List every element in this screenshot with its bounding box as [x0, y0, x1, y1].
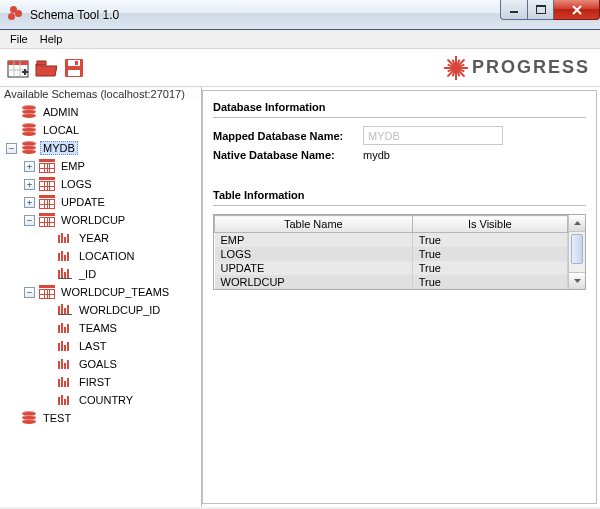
table-row[interactable]: LOGS True: [215, 247, 568, 261]
tree-schema-local[interactable]: LOCAL: [6, 121, 201, 139]
database-icon: [20, 140, 38, 156]
tree-table-worldcup[interactable]: − WORLDCUP: [24, 211, 201, 229]
column-icon: [56, 374, 74, 390]
spark-icon: [444, 56, 468, 80]
table-icon: [38, 284, 56, 300]
cell-is-visible: True: [412, 261, 567, 275]
brand-logo: PROGRESS: [444, 49, 590, 86]
tree-schema-mydb[interactable]: − MYDB: [6, 139, 201, 157]
expand-toggle-icon[interactable]: −: [24, 287, 35, 298]
table-row[interactable]: UPDATE True: [215, 261, 568, 275]
tree-column-worldcup-id[interactable]: WORLDCUP_ID: [42, 301, 201, 319]
tree-column-teams[interactable]: TEAMS: [42, 319, 201, 337]
tree-column-location[interactable]: LOCATION: [42, 247, 201, 265]
table-vertical-scrollbar[interactable]: [568, 215, 585, 289]
mapped-db-name-input[interactable]: [363, 126, 503, 145]
sidebar-header: Available Schemas (localhost:27017): [0, 87, 201, 101]
native-db-name-label: Native Database Name:: [213, 149, 363, 161]
menu-help[interactable]: Help: [34, 31, 69, 47]
menu-file[interactable]: File: [4, 31, 34, 47]
scroll-down-button[interactable]: [569, 272, 585, 289]
expand-toggle-icon[interactable]: +: [24, 161, 35, 172]
tree-node-label: LOGS: [58, 177, 95, 191]
svg-rect-0: [510, 11, 518, 13]
pk-column-icon: [56, 266, 74, 282]
cell-table-name: EMP: [215, 233, 413, 248]
tree-node-label: LOCAL: [40, 123, 82, 137]
scroll-up-button[interactable]: [569, 215, 585, 232]
tree-column-first[interactable]: FIRST: [42, 373, 201, 391]
tree-column-year[interactable]: YEAR: [42, 229, 201, 247]
tree-schema-admin[interactable]: ADMIN: [6, 103, 201, 121]
tree-node-label: EMP: [58, 159, 88, 173]
toolbar-open-schema-button[interactable]: [34, 56, 58, 80]
expand-toggle-icon[interactable]: −: [6, 143, 17, 154]
tree-schema-test[interactable]: TEST: [6, 409, 201, 427]
db-info-title: Database Information: [213, 101, 586, 118]
scroll-thumb[interactable]: [571, 234, 583, 264]
col-header-is-visible[interactable]: Is Visible: [412, 216, 567, 233]
table-row[interactable]: WORLDCUP True: [215, 275, 568, 289]
table-info-grid[interactable]: Table Name Is Visible EMP True LOGS True: [213, 214, 586, 290]
column-icon: [56, 230, 74, 246]
tree-column-country[interactable]: COUNTRY: [42, 391, 201, 409]
folder-open-icon: [35, 58, 57, 78]
col-header-table-name[interactable]: Table Name: [215, 216, 413, 233]
native-db-name-value: mydb: [363, 149, 390, 161]
expand-toggle-icon[interactable]: −: [24, 215, 35, 226]
tree-column-id[interactable]: _ID: [42, 265, 201, 283]
expand-toggle-icon[interactable]: +: [24, 197, 35, 208]
tree-column-last[interactable]: LAST: [42, 337, 201, 355]
tree-node-label: TEAMS: [76, 321, 120, 335]
column-icon: [56, 392, 74, 408]
tree-node-label: UPDATE: [58, 195, 108, 209]
tree-node-label: WORLDCUP_TEAMS: [58, 285, 172, 299]
brand-logo-text: PROGRESS: [472, 57, 590, 78]
column-icon: [56, 248, 74, 264]
column-icon: [56, 356, 74, 372]
window-minimize-button[interactable]: [500, 0, 528, 20]
tree-node-label: TEST: [40, 411, 74, 425]
tree-node-label: WORLDCUP: [58, 213, 128, 227]
tree-node-label: LOCATION: [76, 249, 137, 263]
calendar-plus-icon: [7, 58, 29, 78]
toolbar-save-button[interactable]: [62, 56, 86, 80]
tree-table-logs[interactable]: + LOGS: [24, 175, 201, 193]
tree-node-label: FIRST: [76, 375, 114, 389]
maximize-icon: [536, 5, 546, 14]
column-icon: [56, 338, 74, 354]
cell-is-visible: True: [412, 275, 567, 289]
chevron-down-icon: [574, 279, 581, 283]
tree-table-emp[interactable]: + EMP: [24, 157, 201, 175]
tree-node-label: _ID: [76, 267, 99, 281]
chevron-up-icon: [574, 221, 581, 225]
mapped-db-name-label: Mapped Database Name:: [213, 130, 363, 142]
schema-tree[interactable]: ADMIN LOCAL − MYDB: [0, 101, 201, 507]
cell-table-name: LOGS: [215, 247, 413, 261]
tree-column-goals[interactable]: GOALS: [42, 355, 201, 373]
save-icon: [64, 58, 84, 78]
expand-toggle-icon[interactable]: +: [24, 179, 35, 190]
tree-node-label: GOALS: [76, 357, 120, 371]
tree-table-update[interactable]: + UPDATE: [24, 193, 201, 211]
table-icon: [38, 194, 56, 210]
cell-table-name: UPDATE: [215, 261, 413, 275]
menu-bar: File Help: [0, 30, 600, 49]
fk-column-icon: [56, 302, 74, 318]
tree-node-label: COUNTRY: [76, 393, 136, 407]
main-panel: Database Information Mapped Database Nam…: [202, 90, 597, 504]
cell-is-visible: True: [412, 233, 567, 248]
table-row[interactable]: EMP True: [215, 233, 568, 248]
tree-node-label: MYDB: [40, 141, 78, 155]
svg-rect-2: [536, 5, 546, 7]
window-maximize-button[interactable]: [528, 0, 554, 20]
window-close-button[interactable]: [554, 0, 600, 20]
svg-rect-14: [68, 70, 80, 76]
tree-table-worldcup-teams[interactable]: − WORLDCUP_TEAMS: [24, 283, 201, 301]
sidebar-header-host: (localhost:27017): [100, 88, 184, 100]
tree-node-label: WORLDCUP_ID: [76, 303, 163, 317]
table-icon: [38, 158, 56, 174]
toolbar-new-schema-button[interactable]: [6, 56, 30, 80]
tree-node-label: YEAR: [76, 231, 112, 245]
tree-node-label: ADMIN: [40, 105, 81, 119]
